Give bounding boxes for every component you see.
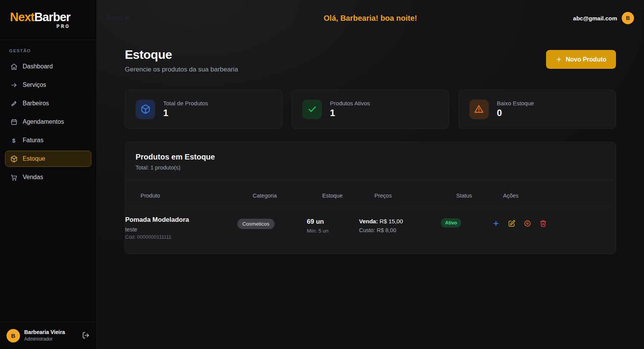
cart-icon: [10, 173, 18, 181]
stat-label: Produtos Ativos: [330, 100, 370, 106]
topbar: Estoque Olá, Barbearia! boa noite! abc@g…: [97, 0, 644, 36]
stat-label: Total de Produtos: [163, 100, 208, 106]
sidebar-item-dashboard[interactable]: Dashboard: [5, 58, 91, 75]
add-stock-icon[interactable]: [492, 220, 500, 227]
razor-icon: [10, 100, 18, 107]
category-cell: Cosmeticos: [237, 216, 307, 229]
nav-section-label: GESTÃO: [9, 48, 91, 53]
stat-card-total-produtos: Total de Produtos 1: [125, 90, 282, 129]
plus-icon: [556, 56, 562, 63]
table-row: Pomada Modeladora teste Cód: 00000001111…: [125, 206, 616, 254]
sidebar-nav: GESTÃO Dashboard Serviços Barbeiros Agen…: [0, 40, 96, 322]
col-header-estoque: Estoque: [322, 180, 374, 206]
sidebar-item-label: Serviços: [23, 81, 46, 88]
avatar[interactable]: B: [622, 12, 634, 24]
inventory-card-title: Produtos em Estoque: [136, 153, 605, 161]
logo: NextBarber PRO: [0, 0, 96, 40]
price-cell: Venda: R$ 15,00 Custo: R$ 8,00: [359, 216, 441, 233]
col-header-acoes: Ações: [503, 180, 606, 206]
status-cell: Ativo: [441, 216, 488, 228]
sidebar-item-vendas[interactable]: Vendas: [5, 169, 91, 185]
logo-next: Next: [10, 10, 34, 24]
stat-value: 1: [163, 108, 208, 118]
arrow-right-icon: [10, 81, 18, 89]
breadcrumb: Estoque: [107, 15, 129, 21]
cost-value: R$ 8,00: [377, 227, 396, 233]
col-header-status: Status: [456, 180, 503, 206]
avatar: B: [7, 329, 20, 342]
product-code: Cód: 0000000111111: [125, 234, 237, 240]
edit-icon[interactable]: [508, 220, 515, 227]
stock-cell: 69 un Mín: 5 un: [307, 216, 359, 234]
sale-label: Venda:: [359, 218, 378, 224]
logout-icon[interactable]: [82, 332, 90, 339]
sidebar-item-servicos[interactable]: Serviços: [5, 77, 91, 93]
user-email: abc@gmail.com: [573, 15, 617, 22]
actions-cell: [488, 216, 616, 227]
stock-minimum: Mín: 5 un: [307, 228, 359, 234]
stat-value: 0: [497, 108, 534, 118]
sidebar-item-agendamentos[interactable]: Agendamentos: [5, 114, 91, 130]
inventory-total: Total: 1 produto(s): [136, 165, 605, 171]
sidebar: NextBarber PRO GESTÃO Dashboard Serviços…: [0, 0, 97, 349]
delete-icon[interactable]: [540, 220, 547, 227]
sidebar-item-barbeiros[interactable]: Barbeiros: [5, 95, 91, 111]
package-icon: [136, 100, 155, 119]
sidebar-item-label: Estoque: [23, 155, 45, 162]
table-header-row: Produto Categoria Estoque Preços Status …: [125, 180, 616, 206]
stat-value: 1: [330, 108, 370, 118]
sidebar-item-estoque[interactable]: Estoque: [5, 151, 91, 167]
stats-row: Total de Produtos 1 Produtos Ativos 1: [125, 90, 616, 129]
package-icon: [10, 155, 18, 163]
greeting-text: Olá, Barbearia! boa noite!: [324, 14, 417, 23]
sidebar-item-label: Dashboard: [23, 63, 53, 70]
sidebar-item-label: Faturas: [23, 137, 43, 144]
product-cell: Pomada Modeladora teste Cód: 00000001111…: [125, 216, 237, 240]
cost-label: Custo:: [359, 227, 375, 233]
sidebar-item-label: Vendas: [23, 174, 43, 181]
product-name: Pomada Modeladora: [125, 216, 237, 224]
logo-pro: PRO: [10, 24, 70, 28]
warning-icon: [469, 100, 489, 119]
user-name: Barbearia Vieira: [24, 329, 78, 336]
col-header-precos: Preços: [374, 180, 456, 206]
sidebar-item-label: Barbeiros: [23, 100, 49, 107]
home-icon: [10, 63, 18, 70]
status-badge: Ativo: [441, 218, 461, 228]
col-header-categoria: Categoria: [253, 180, 322, 206]
sale-value: R$ 15,00: [379, 218, 403, 224]
pause-icon[interactable]: [524, 220, 531, 227]
new-product-label: Novo Produto: [566, 56, 606, 63]
sidebar-item-faturas[interactable]: $ Faturas: [5, 132, 91, 148]
page-subtitle: Gerencie os produtos da sua barbearia: [125, 66, 238, 73]
stat-card-produtos-ativos: Produtos Ativos 1: [291, 90, 449, 129]
calendar-icon: [10, 118, 18, 126]
product-description: teste: [125, 226, 237, 233]
category-badge: Cosmeticos: [237, 219, 275, 229]
col-header-produto: Produto: [141, 180, 253, 206]
dollar-icon: $: [10, 136, 18, 144]
inventory-card: Produtos em Estoque Total: 1 produto(s) …: [125, 142, 616, 254]
page-title: Estoque: [125, 48, 238, 62]
stock-quantity: 69 un: [307, 218, 359, 226]
user-role: Administrador: [24, 336, 78, 342]
stat-card-baixo-estoque: Baixo Estoque 0: [459, 90, 616, 129]
user-panel: B Barbearia Vieira Administrador: [0, 322, 96, 349]
stat-label: Baixo Estoque: [497, 100, 534, 106]
logo-barber: Barber: [34, 10, 70, 24]
main-area: Estoque Olá, Barbearia! boa noite! abc@g…: [97, 0, 644, 349]
content: Estoque Gerencie os produtos da sua barb…: [97, 36, 644, 349]
sidebar-item-label: Agendamentos: [23, 118, 64, 125]
check-icon: [302, 100, 322, 119]
new-product-button[interactable]: Novo Produto: [546, 50, 616, 69]
